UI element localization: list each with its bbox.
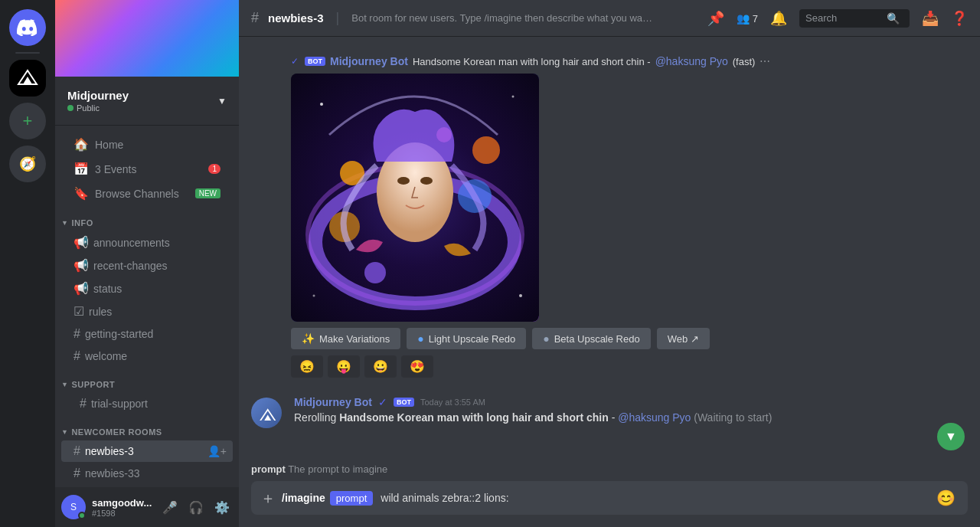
reaction-tongue[interactable]: 😛 [328,355,360,378]
nav-home[interactable]: 🏠 Home [61,133,233,156]
emoji-reactions: 😖 😛 😀 😍 [291,355,770,378]
channel-status-name: status [93,283,122,295]
svg-point-13 [512,96,514,98]
scroll-down-icon: ▼ [945,430,957,444]
channel-rules[interactable]: ☑ rules [61,300,233,322]
nav-browse-channels[interactable]: 🔖 Browse Channels NEW [61,182,233,205]
channel-recent-changes[interactable]: 📢 recent-changes [61,254,233,277]
beta-upscale-redo-button[interactable]: ● Beta Upscale Redo [532,328,650,349]
image-placeholder [291,74,539,322]
header-actions: 📌 👥 7 🔔 🔍 📥 ❓ [707,9,968,28]
announcements-icon: 📢 [74,235,89,250]
reaction-grin[interactable]: 😀 [364,355,397,378]
member-list-button[interactable]: 👥 7 [737,12,758,25]
channel-welcome[interactable]: # welcome [61,345,233,367]
server-header[interactable]: Midjourney Public ▼ [55,77,239,126]
above-speed: (fast) [733,56,756,67]
user-status-dot [78,512,86,519]
message-timestamp: Today at 3:55 AM [420,398,485,407]
channel-getting-started[interactable]: # getting-started [61,323,233,345]
bot-badge-inline: BOT [305,57,325,66]
emoji-picker-button[interactable]: 😊 [933,486,959,510]
channel-newbies-33[interactable]: # newbies-33 [61,463,233,484]
settings-button[interactable]: ⚙️ [211,497,233,518]
channel-getting-started-name: getting-started [85,328,154,340]
generated-image [291,74,539,322]
search-input[interactable] [805,12,882,24]
channel-announcements[interactable]: 📢 announcements [61,231,233,254]
action-buttons: ✨ Make Variations ● Light Upscale Redo ●… [291,328,770,349]
category-info[interactable]: ▼ INFO [55,206,239,231]
browse-icon: 🔖 [74,186,89,201]
events-badge: 1 [208,164,220,174]
input-area: ＋ /imagine prompt 😊 [239,481,980,527]
channel-header-divider: | [336,10,340,26]
home-icon: 🏠 [74,137,89,152]
server-status: Public [67,103,129,113]
channel-header-hash-icon: # [251,10,259,26]
make-variations-label: Make Variations [319,333,390,345]
messages-area: ✓ BOT Midjourney Bot Handsome Korean man… [239,37,980,460]
channel-newbies-3[interactable]: # newbies-3 👤+ [61,440,233,462]
category-newcomer-rooms[interactable]: ▼ NEWCOMER ROOMS [55,415,239,440]
ai-artwork [291,74,539,322]
light-upscale-redo-button[interactable]: ● Light Upscale Redo [407,328,526,349]
search-icon: 🔍 [887,12,900,25]
svg-point-11 [420,177,433,185]
message-input-box: ＋ /imagine prompt 😊 [251,481,968,515]
nav-events-label: 3 Events [95,163,136,175]
light-upscale-icon: ● [417,332,423,345]
above-image-text: ✓ BOT Midjourney Bot Handsome Korean man… [291,55,770,67]
channel-trial-support[interactable]: # trial-support [61,393,233,414]
inbox-button[interactable]: 📥 [922,10,939,27]
help-button[interactable]: ❓ [951,10,968,27]
explore-servers-button[interactable]: 🧭 [9,146,46,182]
trial-support-icon: # [80,397,87,411]
header-search[interactable]: 🔍 [799,9,910,28]
nav-browse-label: Browse Channels [95,188,179,200]
newbies-33-icon: # [74,466,80,480]
web-label: Web ↗ [668,333,699,345]
image-context-content: ✓ BOT Midjourney Bot Handsome Korean man… [291,55,770,378]
user-controls: 🎤 🎧 ⚙️ [159,497,233,518]
category-newcomer-arrow: ▼ [61,428,68,436]
svg-point-12 [320,103,323,106]
mute-button[interactable]: 🎤 [159,497,181,518]
message-input[interactable] [377,483,933,513]
add-friend-button[interactable]: 🔔 [770,10,787,27]
add-server-button[interactable]: + [9,103,46,139]
rerolling-mention: @haksung Pyo [618,411,691,424]
web-button[interactable]: Web ↗ [657,328,710,349]
channel-header: # newbies-3 | Bot room for new users. Ty… [239,0,980,37]
rerolling-content: Rerolling Handsome Korean man with long … [294,411,968,424]
discord-home-icon[interactable] [9,9,46,46]
server-divider [15,52,40,54]
nav-events[interactable]: 📅 3 Events 1 [61,157,233,181]
channel-status[interactable]: 📢 status [61,277,233,300]
scroll-to-bottom-button[interactable]: ▼ [937,423,965,450]
svg-point-6 [364,262,386,283]
channel-newbies-3-name: newbies-3 [85,445,134,457]
server-sidebar: + 🧭 [0,0,55,527]
category-support[interactable]: ▼ SUPPORT [55,368,239,392]
message-group-image-context: ✓ BOT Midjourney Bot Handsome Korean man… [251,49,968,381]
reaction-heart-eyes[interactable]: 😍 [401,355,433,378]
add-member-icon[interactable]: 👤+ [207,445,227,457]
svg-point-10 [397,177,410,185]
attachment-button[interactable]: ＋ [260,488,276,509]
channel-sidebar: Midjourney Public ▼ 🏠 Home 📅 3 Events 1 … [55,0,239,527]
user-info: samgoodw... #1598 [92,497,152,518]
context-menu-icon[interactable]: ⋯ [760,55,770,67]
reaction-tired[interactable]: 😖 [291,355,323,378]
midjourney-server-icon[interactable] [9,60,46,97]
channel-trial-support-name: trial-support [91,398,148,410]
rerolling-status: (Waiting to start) [694,411,772,424]
message-header: Midjourney Bot ✓ BOT Today at 3:55 AM [294,396,968,408]
status-channel-icon: 📢 [74,281,89,296]
channel-rules-name: rules [89,306,112,318]
pinned-messages-button[interactable]: 📌 [707,10,724,27]
user-panel: S samgoodw... #1598 🎤 🎧 ⚙️ [55,487,239,527]
browse-new-badge: NEW [195,188,220,198]
make-variations-button[interactable]: ✨ Make Variations [291,328,400,349]
deafen-button[interactable]: 🎧 [185,497,207,518]
